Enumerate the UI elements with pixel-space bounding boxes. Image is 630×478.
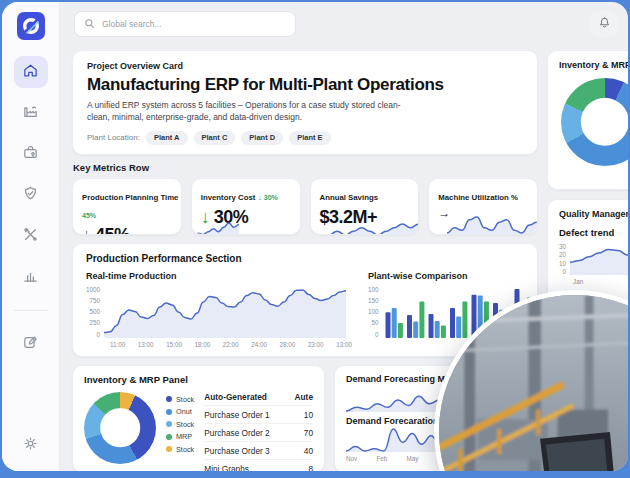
metric-delta: ↓ 30%: [258, 194, 277, 201]
panel-title: Inventory & MRP Panel: [84, 374, 313, 385]
metric-sparkline: [193, 222, 239, 235]
notifications-button[interactable]: [590, 10, 618, 38]
app-logo: [17, 12, 45, 40]
line-chart-plot: [104, 286, 346, 338]
global-search[interactable]: [74, 11, 296, 37]
y-axis-labels: 100150100500: [368, 286, 383, 338]
down-arrow-icon: ↓: [82, 225, 91, 235]
legend-item: Stock: [166, 395, 194, 404]
table-row: Mini Graphs8: [204, 459, 313, 471]
legend-item: MRP: [166, 432, 194, 441]
metric-title: Machine Utiilzation %: [438, 193, 518, 202]
key-metrics-label: Key Metrics Row: [73, 162, 538, 173]
sidebar-item-maintenance[interactable]: [14, 220, 48, 252]
donut-hole: [581, 98, 628, 146]
search-input[interactable]: [102, 19, 286, 29]
legend-item: Stock: [166, 420, 194, 429]
legend-dot: [166, 396, 172, 402]
sidebar-divider: [14, 310, 48, 311]
panel-title: Quality Management: [559, 209, 628, 219]
legend-dot: [166, 421, 172, 427]
app-window: Project Overview Card Manufacturing ERP …: [2, 2, 628, 471]
plant-location-row: Plant Location: Plant A Plant C Plant D …: [87, 131, 523, 145]
line-chart-plot: [570, 243, 628, 275]
metric-sparkline: [329, 223, 419, 235]
plant-tag[interactable]: Plant A: [146, 131, 188, 145]
auto-generated-table: Auto-GeneratedAute Purchase Order 110 Pu…: [204, 392, 313, 471]
x-axis-labels: NovFebMaySew: [346, 455, 450, 462]
project-overview-card: Project Overview Card Manufacturing ERP …: [72, 50, 538, 155]
legend-dot: [166, 446, 172, 452]
production-section-title: Production Performance Section: [86, 253, 524, 264]
metric-card-annual-savings[interactable]: Annual Savings $3.2M+: [310, 178, 420, 235]
search-icon: [84, 15, 95, 33]
realtime-production-chart: Real-time Production 10007505002500 11:0…: [86, 271, 352, 348]
metric-value: ↓ 45%: [82, 225, 172, 235]
sidebar-item-analytics[interactable]: [14, 261, 48, 293]
legend-dot: [166, 409, 172, 415]
sidebar-item-procurement[interactable]: [14, 138, 48, 170]
table-header: Auto-GeneratedAute: [204, 392, 313, 406]
metric-card-production-planning[interactable]: Production Planning Time↓ 45% ↓ 45%: [72, 178, 182, 235]
defect-trend-title: Defect trend: [559, 227, 628, 238]
plant-tag[interactable]: Plant E: [289, 131, 330, 145]
page-backdrop: Project Overview Card Manufacturing ERP …: [0, 0, 630, 478]
plant-tag[interactable]: Plant D: [241, 131, 283, 145]
metric-card-inventory-cost[interactable]: Inventory Cost↓ 30% ↓ 30%: [191, 178, 301, 235]
inventory-donut-chart: [84, 392, 156, 464]
home-icon: [22, 62, 39, 83]
donut-legend: Stock Onut Stock MRP Stock: [166, 392, 194, 454]
edit-icon: [22, 334, 39, 355]
y-axis-labels: 3020100: [559, 243, 570, 275]
legend-item: Onut: [166, 407, 194, 416]
metric-title: Inventory Cost: [201, 193, 256, 202]
sidebar-item-home[interactable]: [14, 56, 48, 88]
shield-check-icon: [22, 185, 39, 206]
donut-hole: [100, 408, 140, 448]
bell-icon: [598, 15, 611, 33]
metric-title: Annual Savings: [320, 193, 379, 202]
y-axis-labels: 10007505002500: [86, 286, 104, 338]
factory-icon: [22, 103, 39, 124]
table-row: Purchase Order 110: [204, 405, 313, 423]
inventory-side-donut: [561, 78, 628, 166]
sidebar-item-production[interactable]: [14, 97, 48, 129]
gear-icon: [22, 435, 39, 456]
chart-title: Plant-wise Comparison: [368, 271, 558, 281]
tools-icon: [22, 226, 39, 247]
legend-item: Stock: [166, 445, 194, 454]
plant-tag[interactable]: Plant C: [194, 131, 236, 145]
x-axis-labels: JanFeb: [573, 278, 628, 285]
sidebar-item-quality[interactable]: [14, 179, 48, 211]
sidebar-item-compose[interactable]: [14, 328, 48, 360]
chart-title: Real-time Production: [86, 271, 352, 281]
x-axis-labels: 11:0013:0015:0018:0022:0024:0028:0023:00…: [110, 341, 352, 348]
key-metrics-row: Production Planning Time↓ 45% ↓ 45% Inve…: [72, 178, 538, 235]
table-row: Purchase Order 340: [204, 441, 313, 459]
sidebar-item-settings[interactable]: [14, 429, 48, 461]
table-row: Purchase Order 270: [204, 423, 313, 441]
legend-dot: [166, 434, 172, 440]
inventory-mrp-side-card: Inventory & MRP: [547, 50, 628, 190]
page-title: Manufacturing ERP for Multi-Plant Operat…: [87, 75, 523, 95]
inventory-mrp-panel: Inventory & MRP Panel Stock Onut Stock M…: [72, 365, 325, 471]
briefcase-lock-icon: [22, 144, 39, 165]
sidebar: [2, 2, 60, 471]
overview-description: A unified ERP system across 5 facilities…: [87, 99, 417, 124]
metric-title: Production Planning Time: [82, 193, 178, 202]
topbar: [60, 2, 628, 46]
panel-title: Inventory & MRP: [559, 60, 628, 70]
metric-sparkline: [447, 216, 537, 234]
demand-sparkline: [346, 388, 450, 412]
plant-location-label: Plant Location:: [87, 133, 140, 142]
overview-label: Project Overview Card: [87, 61, 523, 71]
metric-card-machine-utilization[interactable]: Machine Utiilzation % →: [428, 178, 538, 235]
bar-chart-icon: [22, 267, 39, 288]
